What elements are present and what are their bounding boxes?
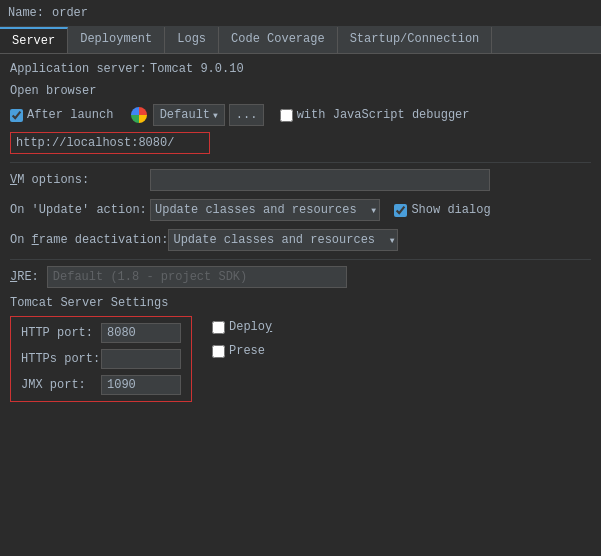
show-dialog-checkbox[interactable]	[394, 204, 407, 217]
ellipsis-button[interactable]: ...	[229, 104, 265, 126]
tab-server[interactable]: Server	[0, 27, 68, 53]
app-server-label: Application server:	[10, 62, 150, 76]
right-checkboxes: Deploy Prese	[212, 316, 272, 358]
preserve-label: Prese	[229, 344, 265, 358]
app-server-row: Application server: Tomcat 9.0.10	[10, 62, 591, 76]
jre-input[interactable]	[47, 266, 347, 288]
preserve-checkbox-wrapper: Prese	[212, 344, 272, 358]
https-port-label: HTTPs port:	[21, 352, 101, 366]
jmx-port-row: JMX port:	[21, 375, 181, 395]
ports-box: HTTP port: HTTPs port: JMX port:	[10, 316, 192, 402]
show-dialog-label: Show dialog	[411, 203, 490, 217]
browser-row: After launch Default ▼ ... with JavaScri…	[10, 104, 591, 126]
vm-options-label: VM options:	[10, 173, 150, 187]
jmx-port-input[interactable]	[101, 375, 181, 395]
name-bar: Name: order	[0, 0, 601, 27]
on-update-row: On 'Update' action: Update classes and r…	[10, 199, 591, 221]
tabs-bar: Server Deployment Logs Code Coverage Sta…	[0, 27, 601, 54]
tab-startup-connection[interactable]: Startup/Connection	[338, 27, 493, 53]
jmx-port-label: JMX port:	[21, 378, 101, 392]
browser-dropdown-label: Default	[160, 108, 210, 122]
divider-2	[10, 259, 591, 260]
on-frame-select-wrapper: Update classes and resources Restart ser…	[168, 229, 398, 251]
tab-logs[interactable]: Logs	[165, 27, 219, 53]
on-frame-label: On frame deactivation:	[10, 233, 168, 247]
js-debugger-checkbox[interactable]	[280, 109, 293, 122]
js-debugger-checkbox-wrapper: with JavaScript debugger	[280, 108, 470, 122]
url-row	[10, 132, 591, 154]
tomcat-title: Tomcat Server Settings	[10, 296, 591, 310]
divider-1	[10, 162, 591, 163]
http-port-row: HTTP port:	[21, 323, 181, 343]
main-content: Application server: Tomcat 9.0.10 Open b…	[0, 54, 601, 410]
deploy-checkbox-wrapper: Deploy	[212, 320, 272, 334]
url-input[interactable]	[10, 132, 210, 154]
after-launch-checkbox-wrapper: After launch	[10, 108, 113, 122]
js-debugger-label: with JavaScript debugger	[297, 108, 470, 122]
jre-row: JRE:	[10, 266, 591, 288]
deploy-checkbox[interactable]	[212, 321, 225, 334]
chrome-icon	[131, 107, 147, 123]
after-launch-checkbox[interactable]	[10, 109, 23, 122]
https-port-row: HTTPs port:	[21, 349, 181, 369]
on-update-select-wrapper: Update classes and resources Restart ser…	[150, 199, 380, 221]
vm-options-row: VM options:	[10, 169, 591, 191]
https-port-input[interactable]	[101, 349, 181, 369]
show-dialog-wrapper: Show dialog	[394, 203, 490, 217]
browser-dropdown-btn[interactable]: Default ▼	[153, 104, 225, 126]
after-launch-label: After launch	[27, 108, 113, 122]
tomcat-section: Tomcat Server Settings HTTP port: HTTPs …	[10, 296, 591, 402]
tab-code-coverage[interactable]: Code Coverage	[219, 27, 338, 53]
on-update-label: On 'Update' action:	[10, 203, 150, 217]
http-port-label: HTTP port:	[21, 326, 101, 340]
on-frame-row: On frame deactivation: Update classes an…	[10, 229, 591, 251]
tab-deployment[interactable]: Deployment	[68, 27, 165, 53]
name-label: Name:	[8, 6, 44, 20]
on-frame-dropdown[interactable]: Update classes and resources Restart ser…	[168, 229, 398, 251]
vm-options-input[interactable]	[150, 169, 490, 191]
deploy-label: Deploy	[229, 320, 272, 334]
browser-dropdown-arrow: ▼	[213, 111, 218, 120]
preserve-checkbox[interactable]	[212, 345, 225, 358]
on-update-dropdown[interactable]: Update classes and resources Restart ser…	[150, 199, 380, 221]
app-server-value: Tomcat 9.0.10	[150, 62, 244, 76]
http-port-input[interactable]	[101, 323, 181, 343]
open-browser-label: Open browser	[10, 84, 591, 98]
jre-label: JRE:	[10, 270, 39, 284]
name-value: order	[52, 6, 88, 20]
